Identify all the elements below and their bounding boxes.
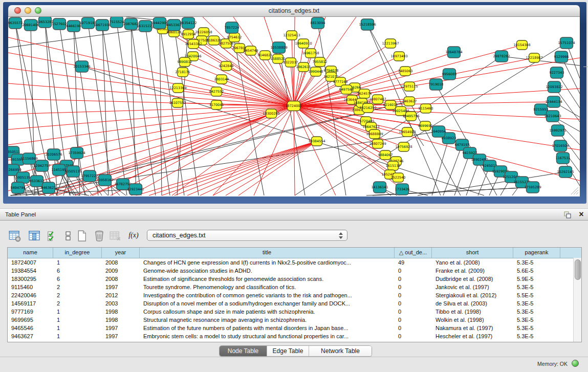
table-cell[interactable]: 2009 <box>102 267 140 275</box>
column-header-title[interactable]: title <box>140 248 395 258</box>
delete-table-button[interactable] <box>93 229 106 243</box>
graph-node[interactable]: 7485063 <box>398 67 413 76</box>
table-cell[interactable]: 0 <box>395 275 432 283</box>
graph-node[interactable]: 9890812 <box>178 57 192 67</box>
graph-node[interactable]: 1640954 <box>431 126 446 137</box>
table-cell[interactable]: Dudbridge et al. (2008) <box>432 275 513 283</box>
graph-node[interactable]: 3170041 <box>209 100 224 110</box>
table-row[interactable]: 1830029562008Estimation of significance … <box>8 275 581 283</box>
table-cell[interactable]: 9465546 <box>8 324 53 332</box>
graph-node[interactable]: 15992971 <box>549 125 566 136</box>
close-panel-button[interactable]: × <box>577 209 585 220</box>
table-cell[interactable]: 18300295 <box>8 275 53 283</box>
table-cell[interactable]: Jankovic et al. (1997) <box>432 283 513 291</box>
graph-node[interactable]: 9227343 <box>550 67 564 78</box>
graph-node[interactable]: 8454749 <box>244 46 258 55</box>
graph-node[interactable]: 18640910 <box>295 39 312 48</box>
graph-node[interactable]: 6497568 <box>339 85 354 94</box>
table-cell[interactable]: 9777169 <box>8 308 53 316</box>
table-select-dropdown[interactable]: citations_edges.txt <box>147 230 347 241</box>
network-canvas[interactable]: 1872400774638228860128891295428226058982… <box>8 17 580 196</box>
memory-status-indicator[interactable] <box>572 360 579 367</box>
tab-edge-table[interactable]: Edge Table <box>267 346 309 356</box>
table-cell[interactable]: 5.9E-5 <box>513 275 560 283</box>
table-cell[interactable]: 0 <box>395 267 432 275</box>
graph-node[interactable]: 9956085 <box>442 69 457 80</box>
graph-node[interactable]: 20153346 <box>73 61 90 72</box>
graph-node[interactable]: 12975115 <box>401 82 418 91</box>
graph-node[interactable]: 9463627 <box>41 182 56 193</box>
column-header-pagerank[interactable]: pagerank <box>513 248 560 258</box>
graph-node[interactable]: 10648784 <box>445 47 462 58</box>
table-cell[interactable]: 1 <box>53 258 102 267</box>
graph-node[interactable]: 17016504 <box>552 140 569 151</box>
table-cell[interactable]: Embryonic stem cells: a model to study s… <box>140 332 395 340</box>
graph-node[interactable]: 1990448 <box>309 67 323 76</box>
graph-node[interactable]: 8813094 <box>311 17 325 29</box>
graph-node[interactable]: 12213967 <box>382 39 399 48</box>
graph-node[interactable]: 9699695 <box>418 121 433 130</box>
table-cell[interactable]: 2003 <box>102 299 140 308</box>
graph-node[interactable]: 6466190 <box>67 20 81 32</box>
table-cell[interactable]: 9463627 <box>8 332 53 340</box>
table-cell[interactable]: 0 <box>395 308 432 316</box>
table-cell[interactable]: 49 <box>395 258 432 267</box>
table-cell[interactable]: 5.3E-5 <box>513 316 560 324</box>
graph-node[interactable]: 1733426 <box>395 184 410 195</box>
graph-node[interactable]: 2087682 <box>124 18 139 30</box>
table-cell[interactable]: 1997 <box>102 332 140 340</box>
graph-node[interactable]: 9635572 <box>8 17 23 29</box>
graph-node[interactable]: 10538809 <box>270 42 287 53</box>
zoom-window-button[interactable] <box>35 7 41 14</box>
graph-node[interactable]: 7919018 <box>429 79 444 90</box>
table-cell[interactable]: 1997 <box>102 324 140 332</box>
table-cell[interactable]: 0 <box>395 299 432 308</box>
table-cell[interactable]: 1 <box>53 332 102 340</box>
table-cell[interactable]: Stergiakouli et al. (2012) <box>432 291 513 299</box>
table-cell[interactable]: 5.3E-5 <box>513 299 560 308</box>
graph-node[interactable]: 15218596 <box>359 19 376 30</box>
table-scrollbar-thumb[interactable] <box>575 259 581 280</box>
table-cell[interactable]: 0 <box>395 291 432 299</box>
graph-node[interactable]: 11156869 <box>20 153 37 164</box>
table-cell[interactable]: 19384554 <box>8 267 53 275</box>
table-cell[interactable]: 1 <box>53 316 102 324</box>
table-cell[interactable]: Hescheler et al. (1997) <box>432 332 513 340</box>
graph-node[interactable]: 19442906 <box>151 17 168 29</box>
table-row[interactable]: 911546021997Tourette syndrome. Phenomeno… <box>8 283 581 291</box>
graph-node[interactable]: 7515524 <box>110 17 124 28</box>
graph-node[interactable]: 12444134 <box>545 96 562 107</box>
column-header-name[interactable]: name <box>8 248 53 258</box>
column-header-short[interactable]: short <box>432 248 513 258</box>
graph-node[interactable]: 10973493 <box>390 52 407 61</box>
table-cell[interactable]: 2008 <box>102 258 140 267</box>
graph-node[interactable]: 12923441 <box>127 184 144 195</box>
new-table-button[interactable] <box>75 229 89 243</box>
graph-node[interactable]: 17359924 <box>68 147 85 159</box>
column-header-out-degree[interactable]: △ out_de... <box>395 248 432 258</box>
table-cell[interactable]: 5.3E-5 <box>513 332 560 340</box>
close-window-button[interactable] <box>14 7 21 14</box>
graph-node[interactable]: 7857224 <box>225 22 239 33</box>
table-mode-button[interactable] <box>8 229 21 243</box>
graph-node[interactable]: 1167531 <box>556 152 571 164</box>
graph-node[interactable]: 15751074 <box>558 37 575 49</box>
table-cell[interactable]: 18724007 <box>8 258 53 267</box>
function-builder-button[interactable]: f(x) <box>126 231 141 239</box>
graph-node[interactable]: 5905135 <box>16 172 31 183</box>
graph-node[interactable]: 2522540 <box>391 173 406 182</box>
table-row[interactable]: 946362711997Embryonic stem cells: a mode… <box>8 332 581 340</box>
table-row[interactable]: 2242004622012Investigating the contribut… <box>8 291 581 299</box>
table-cell[interactable]: 5.6E-5 <box>513 267 560 275</box>
table-cell[interactable]: 1 <box>53 308 102 316</box>
table-cell[interactable]: 14569117 <box>8 299 53 308</box>
graph-node[interactable]: 1615132 <box>386 161 401 170</box>
table-cell[interactable]: Nakamura et al. (1997) <box>432 324 513 332</box>
graph-node[interactable]: 2803144 <box>214 75 229 84</box>
graph-node[interactable]: 8427552 <box>209 87 224 96</box>
table-row[interactable]: 1456911722003Disruption of a novel membe… <box>8 299 581 308</box>
table-cell[interactable]: Genome-wide association studies in ADHD. <box>140 267 395 275</box>
table-cell[interactable]: 5.3E-5 <box>513 258 560 267</box>
graph-node[interactable]: 20206576 <box>45 149 62 160</box>
graph-node[interactable]: 18807249 <box>369 139 386 148</box>
